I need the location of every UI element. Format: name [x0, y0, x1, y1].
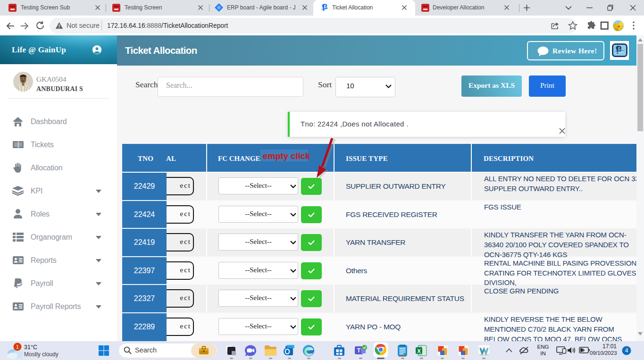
svg-text:T: T: [357, 347, 361, 354]
svg-text:1: 1: [16, 344, 19, 350]
svg-text:4: 4: [625, 347, 628, 354]
svg-text:WONDER: WONDER: [479, 354, 489, 356]
svg-text:X: X: [417, 348, 421, 354]
